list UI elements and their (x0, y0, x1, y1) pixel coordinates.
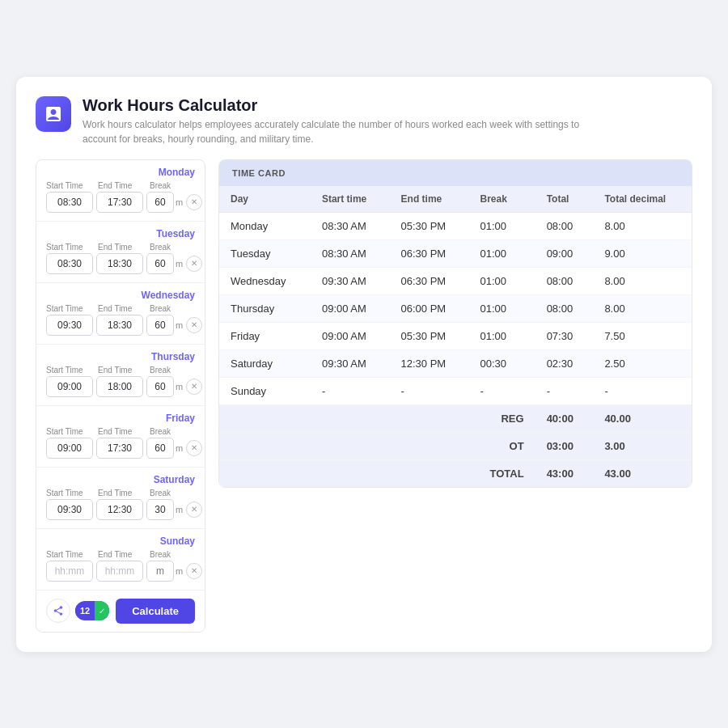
clear-button-friday[interactable]: ✕ (186, 440, 202, 456)
time-card-header: TIME CARD (219, 160, 692, 186)
break-label: Break (150, 181, 195, 190)
header: Work Hours Calculator Work hours calcula… (36, 96, 692, 146)
break-input-tuesday[interactable] (146, 253, 174, 274)
summary-row-total: TOTAL43:0043.00 (219, 459, 692, 487)
end-time-label: End Time (98, 550, 145, 559)
day-label-thursday: Thursday (46, 351, 195, 362)
end-time-label: End Time (98, 489, 145, 497)
break-input-wednesday[interactable] (146, 315, 174, 336)
table-body: Monday08:30 AM05:30 PM01:0008:008.00Tues… (219, 212, 692, 487)
col-header-day: Day (219, 186, 311, 213)
break-unit: m (176, 505, 183, 514)
clear-button-sunday[interactable]: ✕ (186, 563, 202, 579)
clear-button-saturday[interactable]: ✕ (186, 502, 202, 518)
break-input-friday[interactable] (146, 438, 174, 459)
app-title: Work Hours Calculator (83, 96, 600, 115)
clear-button-monday[interactable]: ✕ (186, 194, 202, 210)
break-wrap-saturday: m (146, 499, 183, 520)
start-time-input-wednesday[interactable] (46, 315, 93, 336)
day-section-wednesday: Wednesday Start Time End Time Break m ✕ (36, 283, 205, 345)
day-label-saturday: Saturday (46, 474, 195, 485)
break-input-thursday[interactable] (146, 376, 174, 397)
badge-group: 12 ✓ (75, 601, 109, 620)
start-time-label: Start Time (46, 181, 93, 190)
clear-button-wednesday[interactable]: ✕ (186, 317, 202, 333)
table-row: Tuesday08:30 AM06:30 PM01:0009:009.00 (219, 239, 692, 267)
calculate-button[interactable]: Calculate (116, 599, 195, 624)
day-section-tuesday: Tuesday Start Time End Time Break m ✕ (36, 222, 205, 283)
day-section-monday: Monday Start Time End Time Break m ✕ (36, 160, 205, 222)
break-wrap-monday: m (146, 192, 183, 213)
badge-check-icon: ✓ (95, 601, 109, 620)
break-wrap-friday: m (146, 438, 183, 459)
day-section-sunday: Sunday Start Time End Time Break m ✕ (36, 529, 205, 590)
break-input-saturday[interactable] (146, 499, 174, 520)
table-row: Friday09:00 AM05:30 PM01:0007:307.50 (219, 322, 692, 349)
col-header-break: Break (469, 186, 535, 213)
start-time-label: Start Time (46, 489, 93, 497)
end-time-input-tuesday[interactable] (96, 253, 143, 274)
start-time-input-tuesday[interactable] (46, 253, 93, 274)
break-wrap-sunday: m (146, 561, 183, 582)
day-label-wednesday: Wednesday (46, 290, 195, 301)
day-section-saturday: Saturday Start Time End Time Break m ✕ (36, 468, 205, 529)
start-time-input-friday[interactable] (46, 438, 93, 459)
break-label: Break (150, 304, 195, 313)
share-icon (53, 605, 64, 616)
bottom-bar: 12 ✓ Calculate (36, 590, 205, 632)
bottom-icons: 12 ✓ (46, 599, 109, 623)
end-time-input-friday[interactable] (96, 438, 143, 459)
table-row: Monday08:30 AM05:30 PM01:0008:008.00 (219, 212, 692, 239)
break-label: Break (150, 489, 195, 497)
break-input-sunday[interactable] (146, 561, 174, 582)
col-header-total: Total (535, 186, 594, 213)
end-time-label: End Time (98, 427, 145, 436)
day-label-monday: Monday (46, 167, 195, 178)
break-label: Break (150, 550, 195, 559)
end-time-label: End Time (98, 304, 145, 313)
break-wrap-thursday: m (146, 376, 183, 397)
end-time-label: End Time (98, 366, 145, 375)
break-label: Break (150, 427, 195, 436)
end-time-input-monday[interactable] (96, 192, 143, 213)
break-unit: m (176, 443, 183, 453)
badge-number: 12 (75, 606, 95, 616)
break-unit: m (176, 320, 183, 330)
calculator-icon (44, 104, 63, 124)
main-card: Work Hours Calculator Work hours calcula… (16, 77, 712, 652)
day-label-sunday: Sunday (46, 535, 195, 547)
break-label: Break (150, 243, 195, 252)
end-time-input-wednesday[interactable] (96, 315, 143, 336)
day-section-thursday: Thursday Start Time End Time Break m ✕ (36, 345, 205, 406)
break-input-monday[interactable] (146, 192, 174, 213)
share-button[interactable] (46, 599, 70, 623)
table-row: Saturday09:30 AM12:30 PM00:3002:302.50 (219, 349, 692, 377)
break-unit: m (176, 197, 183, 207)
start-time-input-monday[interactable] (46, 192, 93, 213)
break-unit: m (176, 382, 183, 392)
header-text: Work Hours Calculator Work hours calcula… (83, 96, 600, 146)
end-time-input-saturday[interactable] (96, 499, 143, 520)
break-unit: m (176, 566, 183, 576)
start-time-label: Start Time (46, 304, 93, 313)
start-time-label: Start Time (46, 366, 93, 375)
end-time-input-sunday[interactable] (96, 561, 143, 582)
time-card-table: DayStart timeEnd timeBreakTotalTotal dec… (219, 186, 692, 487)
summary-row-ot: OT03:003.00 (219, 432, 692, 459)
clear-button-thursday[interactable]: ✕ (186, 379, 202, 395)
start-time-input-thursday[interactable] (46, 376, 93, 397)
end-time-label: End Time (98, 243, 145, 252)
day-label-friday: Friday (46, 413, 195, 424)
right-panel: TIME CARD DayStart timeEnd timeBreakTota… (218, 159, 692, 488)
end-time-label: End Time (98, 181, 145, 190)
clear-button-tuesday[interactable]: ✕ (186, 256, 202, 272)
end-time-input-thursday[interactable] (96, 376, 143, 397)
content-row: Monday Start Time End Time Break m ✕ Tue… (36, 159, 692, 633)
start-time-input-sunday[interactable] (46, 561, 93, 582)
break-unit: m (176, 259, 183, 269)
break-label: Break (150, 366, 195, 375)
col-header-end-time: End time (390, 186, 469, 213)
start-time-input-saturday[interactable] (46, 499, 93, 520)
col-header-start-time: Start time (311, 186, 390, 213)
start-time-label: Start Time (46, 550, 93, 559)
